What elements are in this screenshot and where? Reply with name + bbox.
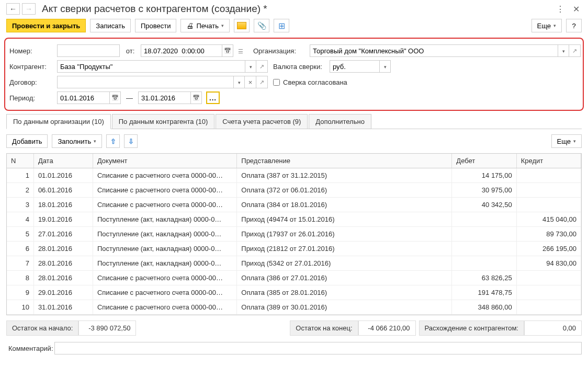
cell-credit <box>516 168 581 183</box>
layout-button[interactable] <box>274 19 289 32</box>
col-credit[interactable]: Кредит <box>516 154 581 168</box>
contragent-open-button[interactable] <box>256 60 268 73</box>
cell-debit <box>452 212 516 227</box>
table-row[interactable]: 828.01.2016Списание с расчетного счета 0… <box>7 271 581 285</box>
cell-debit: 30 975,00 <box>452 183 516 198</box>
currency-input[interactable] <box>330 60 379 73</box>
move-down-button[interactable]: ⇩ <box>124 134 138 148</box>
help-button[interactable]: ? <box>566 19 582 32</box>
cell-doc: Поступление (акт, накладная) 0000-0… <box>93 227 236 242</box>
chevron-down-icon: ▾ <box>573 139 576 144</box>
cell-debit <box>452 242 516 256</box>
contract-input[interactable] <box>57 76 233 88</box>
calendar-icon <box>224 48 231 54</box>
col-repr[interactable]: Представление <box>237 154 452 168</box>
cell-date: 28.01.2016 <box>33 242 93 256</box>
contract-dropdown-button[interactable] <box>233 76 245 88</box>
table-row[interactable]: 206.01.2016Списание с расчетного счета 0… <box>7 183 581 198</box>
clip-icon <box>257 21 266 30</box>
email-button[interactable] <box>234 19 250 32</box>
period-label: Период: <box>7 94 57 102</box>
period-to-calendar[interactable] <box>190 91 202 104</box>
currency-dropdown-button[interactable] <box>379 60 391 73</box>
cell-debit: 40 342,50 <box>452 198 516 212</box>
contract-clear-button[interactable] <box>245 76 256 88</box>
back-button[interactable]: ← <box>6 3 20 15</box>
forward-button[interactable]: → <box>22 3 36 15</box>
tab-org-data[interactable]: По данным организации (10) <box>6 114 111 129</box>
org-open-button[interactable] <box>569 44 581 57</box>
chevron-down-icon: ▾ <box>221 23 224 28</box>
col-date[interactable]: Дата <box>33 154 93 168</box>
cell-repr: Оплата (384 от 18.01.2016) <box>237 198 452 212</box>
post-and-close-button[interactable]: Провести и закрыть <box>6 19 86 32</box>
period-choose-button[interactable]: ... <box>206 91 220 104</box>
tab-accounts[interactable]: Счета учета расчетов (9) <box>216 114 308 129</box>
cell-n: 1 <box>7 168 33 183</box>
cell-date: 18.01.2016 <box>33 198 93 212</box>
table-row[interactable]: 419.01.2016Поступление (акт, накладная) … <box>7 212 581 227</box>
close-icon[interactable]: ✕ <box>570 3 582 15</box>
agreed-checkbox[interactable] <box>273 79 280 86</box>
cell-date: 01.01.2016 <box>33 168 93 183</box>
tab-contragent-data[interactable]: По данным контрагента (10) <box>112 114 215 129</box>
comment-input[interactable] <box>54 342 582 354</box>
table-row[interactable]: 728.01.2016Поступление (акт, накладная) … <box>7 256 581 271</box>
tab-additional[interactable]: Дополнительно <box>309 114 371 129</box>
cell-debit: 191 478,75 <box>452 285 516 300</box>
table-row[interactable]: 1031.01.2016Списание с расчетного счета … <box>7 300 581 315</box>
contract-open-button[interactable] <box>256 76 268 88</box>
table-more-button[interactable]: Еще ▾ <box>551 134 582 148</box>
cell-date: 28.01.2016 <box>33 256 93 271</box>
table-row[interactable]: 929.01.2016Списание с расчетного счета 0… <box>7 285 581 300</box>
cell-date: 29.01.2016 <box>33 285 93 300</box>
col-n[interactable]: N <box>7 154 33 168</box>
contragent-input[interactable] <box>57 60 245 73</box>
col-doc[interactable]: Документ <box>93 154 236 168</box>
post-button[interactable]: Провести <box>135 19 177 32</box>
org-input[interactable] <box>310 44 558 57</box>
table-row[interactable]: 527.01.2016Поступление (акт, накладная) … <box>7 227 581 242</box>
list-icon[interactable] <box>238 47 243 55</box>
open-icon <box>572 48 577 54</box>
more-menu-icon[interactable]: ⋮ <box>555 3 566 15</box>
cell-repr: Оплата (387 от 31.12.2015) <box>237 168 452 183</box>
from-label: от: <box>120 47 141 55</box>
contragent-dropdown-button[interactable] <box>245 60 256 73</box>
cell-n: 4 <box>7 212 33 227</box>
grid-icon <box>278 21 285 31</box>
attach-button[interactable] <box>254 19 269 32</box>
more-button[interactable]: Еще ▾ <box>532 19 562 32</box>
table-row[interactable]: 628.01.2016Поступление (акт, накладная) … <box>7 242 581 256</box>
chevron-down-icon <box>562 48 565 54</box>
cell-n: 10 <box>7 300 33 315</box>
fill-button[interactable]: Заполнить ▾ <box>52 134 102 148</box>
cell-credit: 89 730,00 <box>516 227 581 242</box>
period-to-input[interactable] <box>138 91 190 104</box>
cell-debit: 348 860,00 <box>452 300 516 315</box>
cell-doc: Списание с расчетного счета 0000-00… <box>93 300 236 315</box>
cell-n: 2 <box>7 183 33 198</box>
period-from-calendar[interactable] <box>109 91 121 104</box>
move-up-button[interactable]: ⇧ <box>106 134 120 148</box>
period-from-input[interactable] <box>57 91 109 104</box>
cell-date: 31.01.2016 <box>33 300 93 315</box>
table-row[interactable]: 101.01.2016Списание с расчетного счета 0… <box>7 168 581 183</box>
save-button[interactable]: Записать <box>90 19 131 32</box>
col-debit[interactable]: Дебет <box>452 154 516 168</box>
cell-doc: Списание с расчетного счета 0000-00… <box>93 183 236 198</box>
print-button[interactable]: Печать ▾ <box>180 19 230 32</box>
cell-repr: Приход (17937 от 26.01.2016) <box>237 227 452 242</box>
cell-n: 3 <box>7 198 33 212</box>
org-dropdown-button[interactable] <box>558 44 569 57</box>
date-input[interactable] <box>141 44 222 57</box>
diff-value: 0,00 <box>524 320 582 336</box>
data-table: N Дата Документ Представление Дебет Кред… <box>7 154 581 315</box>
calendar-button[interactable] <box>222 44 233 57</box>
cell-doc: Поступление (акт, накладная) 0000-0… <box>93 212 236 227</box>
add-row-button[interactable]: Добавить <box>6 134 48 148</box>
cell-date: 19.01.2016 <box>33 212 93 227</box>
diff-label: Расхождение с контрагентом: <box>419 320 524 336</box>
table-row[interactable]: 318.01.2016Списание с расчетного счета 0… <box>7 198 581 212</box>
number-input[interactable] <box>57 44 120 57</box>
